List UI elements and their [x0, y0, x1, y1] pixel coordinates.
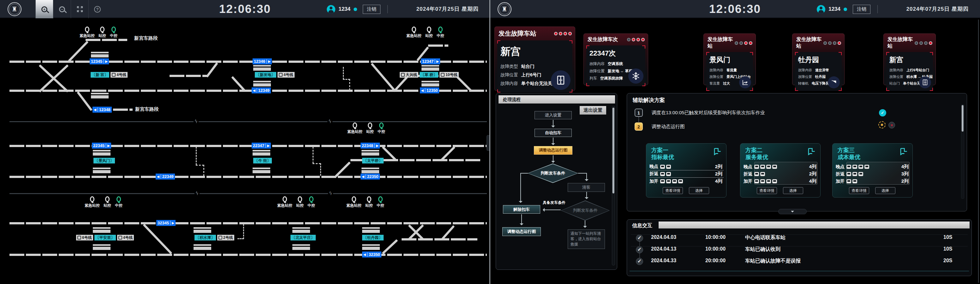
fault-card-4[interactable]: 发生故障车站 牡丹园故障内容道岔异常故障位置牡丹园转辙机电压下降异常: [792, 33, 845, 85]
direction-right-icon: ▶: [267, 144, 270, 148]
logout-button[interactable]: 注销: [363, 5, 380, 14]
fault-location-name: 牡丹园: [798, 55, 838, 65]
station-name-tag[interactable]: 〔景风门〕: [94, 158, 115, 163]
lamp-label: 站控: [99, 34, 106, 38]
flow-node-enter: 进入设置: [535, 111, 572, 119]
fault-card-3[interactable]: 发生故障车站 景风门故障内容客流量故障位置景风门上行站台客流量过大: [703, 33, 756, 85]
track-segment: [10, 254, 487, 256]
fault-card-1[interactable]: 发生故障车站 新宫故障类型站台门故障位置上行6号门故障内容单个站台无法关闭: [495, 27, 575, 91]
fault-card-2[interactable]: 发生故障车次 22347次故障内容空调系统故障位置新发地 ↔ 草桥列车空调系统故…: [584, 33, 648, 85]
flow-scrollbar[interactable]: [612, 106, 615, 265]
train-12346[interactable]: 12346▶: [253, 59, 272, 64]
fault-location-name: 景风门: [710, 55, 750, 65]
lamp-label: 站控: [296, 203, 304, 207]
train-32345[interactable]: 32345▶: [156, 220, 175, 226]
line-number-tag[interactable]: 4号线: [110, 72, 127, 78]
select-plan-button[interactable]: 选择: [689, 187, 709, 194]
track-segment: [10, 222, 487, 224]
route-dashed-line: [313, 147, 313, 163]
station-label[interactable]: 〔太平桥〕: [362, 158, 383, 163]
select-plan-button[interactable]: 选择: [875, 187, 896, 194]
step-text: 调整动态运行图: [652, 124, 685, 130]
station-name-tag[interactable]: 〔积水潭〕: [194, 235, 216, 240]
train-12347[interactable]: 12347▶: [421, 59, 440, 64]
train-22349[interactable]: ◀22349: [156, 173, 175, 179]
station-label[interactable]: 〔北太平庄〕: [291, 235, 316, 240]
exit-settings-button[interactable]: 退出设置: [580, 106, 606, 114]
route-dashed-line: [320, 163, 321, 176]
train-unit-icon: [853, 179, 857, 183]
platform: [93, 227, 110, 233]
fault-card-5[interactable]: 发生故障车站 新宫故障内容上行6号站台门故障位置积水潭 ↔ 牡丹园站台门单个站台…: [883, 33, 936, 85]
line-number-tag[interactable]: 大兴线: [400, 72, 418, 78]
train-12348[interactable]: ◀12348: [92, 107, 112, 113]
process-flow-panel: 处理流程 退出设置 进入设置 自动扣车 调整动态运行图 判断发车条件 清客 判断…: [496, 93, 617, 270]
fault-card-title: 发生故障车次: [587, 36, 618, 43]
train-22345[interactable]: 22345▶: [92, 143, 111, 149]
station-name-tag[interactable]: 〔太平桥〕: [362, 158, 383, 163]
station-label[interactable]: 〔牛 街〕: [253, 158, 272, 163]
station-label[interactable]: 大兴线〔草 桥〕10号线: [400, 72, 459, 78]
train-unit-icon: [864, 165, 869, 169]
train-12349[interactable]: ◀12349: [251, 87, 271, 94]
flow-node-notify: 通知下一站列车清客，进入当前站台救援: [568, 229, 605, 249]
select-plan-button[interactable]: 选择: [783, 187, 803, 194]
train-22350[interactable]: ◀22350: [361, 173, 380, 179]
lamp-label: 站控: [366, 130, 374, 133]
direction-left-icon: ◀: [421, 89, 424, 92]
train-unit-icon: [846, 179, 851, 183]
station-name-tag[interactable]: 〔牛 街〕: [253, 158, 272, 163]
mode-lamp-icon: [85, 27, 89, 32]
station-name-tag[interactable]: 〔新 宫〕: [91, 72, 109, 78]
user-icon: [817, 5, 825, 14]
control-mode-lamps: 紧急站控站控中控: [84, 196, 123, 207]
train-12350[interactable]: ◀12350: [420, 87, 439, 94]
solutions-scrollbar[interactable]: [961, 104, 964, 199]
confirmed-check-icon: ✓: [636, 235, 643, 242]
view-details-button[interactable]: 查看详情: [757, 187, 777, 194]
lamp-label: 紧急站控: [277, 203, 292, 207]
view-details-button[interactable]: 查看详情: [663, 187, 683, 194]
line-number-tag[interactable]: 6号线: [76, 235, 93, 240]
station-label[interactable]: 〔景风门〕: [94, 158, 115, 163]
line-number-tag[interactable]: 4号线: [117, 235, 134, 240]
collapse-panel-tab[interactable]: [778, 209, 807, 214]
train-32350[interactable]: ◀32350: [362, 252, 382, 257]
lamp-label: 紧急站控: [406, 34, 422, 38]
station-label[interactable]: 〔新发地〕4号线: [255, 72, 294, 78]
line-number-tag[interactable]: 10号线: [439, 72, 458, 78]
fault-card-title: 发生故障车站: [796, 36, 823, 49]
track-segment: [10, 60, 487, 63]
track-crossover: [394, 76, 408, 92]
step-cancel-icon[interactable]: ×: [888, 122, 895, 129]
platform: [292, 227, 310, 233]
logout-button[interactable]: 注销: [853, 5, 870, 14]
view-details-button[interactable]: 查看详情: [849, 187, 869, 194]
station-name-tag[interactable]: 〔平安里〕: [94, 235, 116, 240]
station-name-tag[interactable]: 〔牡丹园〕: [362, 235, 383, 240]
station-name-tag[interactable]: 〔北太平庄〕: [291, 235, 316, 240]
station-name-tag[interactable]: 〔草 桥〕: [420, 72, 438, 78]
alarm-dot-off: [833, 41, 836, 45]
line-number-tag[interactable]: 2号线: [217, 235, 234, 240]
line-number-tag[interactable]: 4号线: [277, 72, 294, 78]
door-icon: [919, 76, 931, 88]
mode-lamp-icon: [90, 196, 94, 202]
station-label[interactable]: 〔牡丹园〕: [362, 235, 383, 240]
train-22347[interactable]: 22347▶: [251, 143, 271, 149]
platform: [253, 168, 270, 173]
step-badge-1: 1: [635, 109, 643, 117]
step-text: 调度在13:00:05已触发对后续受影响列车依次扣车作业: [652, 110, 765, 116]
station-label[interactable]: 〔积水潭〕2号线: [194, 235, 234, 240]
right-header: ♜ 12:06:30 1234 注销 2024年07月25日 星期四: [490, 0, 980, 18]
train-12345[interactable]: 12345▶: [90, 59, 109, 64]
train-22348[interactable]: 22348▶: [361, 143, 380, 149]
info-header-bar: [659, 222, 970, 228]
station-label[interactable]: 6号线〔平安里〕4号线: [76, 235, 134, 240]
station-name-tag[interactable]: 〔新发地〕: [255, 72, 276, 78]
section-divider: [10, 193, 487, 194]
power-break-icon: ϟ: [194, 190, 199, 196]
central-control-lamp-on: [309, 196, 313, 202]
track-diagram-canvas: ϟϟϟϟ紧急站控站控中控紧急站控站控中控紧急站控站控中控紧急站控站控中控紧急站控…: [0, 18, 490, 284]
station-label[interactable]: 〔新 宫〕4号线: [91, 72, 127, 78]
